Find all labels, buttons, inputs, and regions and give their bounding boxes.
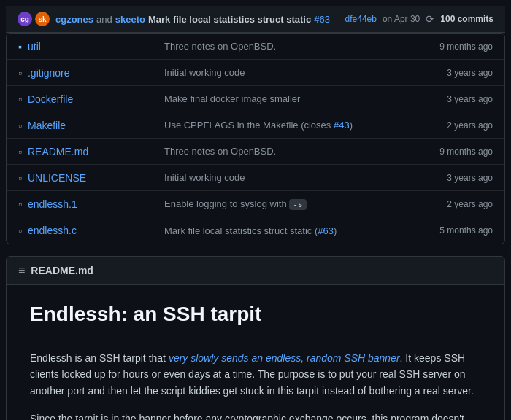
file-name-cell: ▫ Makefile (18, 120, 164, 131)
file-link[interactable]: Makefile (28, 120, 66, 131)
avatar-cgzones[interactable]: cg (18, 12, 32, 26)
author1-link[interactable]: cgzones (55, 14, 93, 25)
folder-icon: ▪ (18, 41, 22, 52)
file-commit-msg: Three notes on OpenBSD. (164, 41, 405, 52)
readme-header: ≡ README.md (7, 257, 504, 285)
table-row: ▫ UNLICENSE Initial working code 3 years… (7, 165, 504, 191)
avatar-initials-2: sk (38, 15, 46, 23)
commit-badge: -s (289, 199, 306, 210)
commit-link[interactable]: #63 (314, 14, 330, 25)
file-name-cell: ▫ endlessh.c (18, 225, 164, 236)
readme-paragraph-2: Since the tarpit is in the banner before… (30, 411, 481, 420)
file-time: 2 years ago (405, 120, 493, 131)
file-commit-msg: Three notes on OpenBSD. (164, 146, 405, 157)
commit-authors: cgzones and skeeto Mark file local stati… (55, 14, 339, 25)
file-icon: ▫ (18, 225, 22, 236)
table-row: ▫ .gitignore Initial working code 3 year… (7, 60, 504, 86)
file-time: 3 years ago (405, 173, 493, 183)
file-link[interactable]: UNLICENSE (28, 172, 86, 184)
file-name-cell: ▫ .gitignore (18, 67, 164, 79)
commit-meta: dfe44eb on Apr 30 ⟳ 100 commits (345, 13, 493, 25)
file-commit-msg: Mark file local statistics struct static… (164, 225, 405, 236)
file-time: 9 months ago (405, 42, 493, 52)
file-time: 5 months ago (405, 225, 493, 236)
file-table: ▪ util Three notes on OpenBSD. 9 months … (6, 33, 505, 244)
conjunction-text: and (96, 14, 112, 25)
readme-filename: README.md (31, 265, 93, 276)
file-name-cell: ▫ UNLICENSE (18, 172, 164, 184)
file-commit-msg: Use CPPFLAGS in the Makefile (closes #43… (164, 120, 405, 131)
file-time: 3 years ago (405, 68, 493, 78)
table-row: ▫ Makefile Use CPPFLAGS in the Makefile … (7, 112, 504, 139)
file-commit-msg: Enable logging to syslog with -s (164, 198, 405, 210)
readme-paragraph-1: Endlessh is an SSH tarpit that very slow… (30, 350, 481, 399)
table-row: ▫ endlessh.c Mark file local statistics … (7, 217, 504, 244)
file-icon: ▫ (18, 172, 22, 184)
table-row: ▫ README.md Three notes on OpenBSD. 9 mo… (7, 139, 504, 165)
table-row: ▫ endlessh.1 Enable logging to syslog wi… (7, 191, 504, 217)
file-link[interactable]: util (28, 41, 41, 52)
file-link[interactable]: Dockerfile (28, 93, 73, 105)
file-name-cell: ▫ README.md (18, 146, 164, 158)
file-link[interactable]: README.md (28, 146, 88, 158)
issue-link[interactable]: #43 (334, 120, 350, 131)
avatar-initials: cg (20, 15, 29, 23)
file-commit-msg: Initial working code (164, 67, 405, 78)
readme-p2-text: Since the tarpit is in the banner before… (30, 413, 478, 420)
table-row: ▫ Dockerfile Make final docker image sma… (7, 86, 504, 112)
commit-message-text: Mark file local statistics struct static (148, 14, 311, 25)
readme-list-icon: ≡ (18, 264, 25, 277)
file-time: 9 months ago (405, 147, 493, 157)
file-icon: ▫ (18, 120, 22, 131)
file-time: 2 years ago (405, 199, 493, 209)
readme-content: Endlessh: an SSH tarpit Endlessh is an S… (7, 285, 504, 420)
avatar-skeeto[interactable]: sk (35, 12, 50, 26)
file-icon: ▫ (18, 146, 22, 158)
readme-section: ≡ README.md Endlessh: an SSH tarpit Endl… (6, 256, 505, 420)
file-name-cell: ▫ endlessh.1 (18, 198, 164, 210)
avatar-group: cg sk (18, 12, 50, 26)
file-commit-msg: Initial working code (164, 172, 405, 183)
issue-link[interactable]: #63 (318, 225, 334, 236)
file-commit-msg: Make final docker image smaller (164, 93, 405, 104)
history-icon: ⟳ (426, 13, 434, 25)
commits-count[interactable]: 100 commits (440, 14, 493, 24)
author2-link[interactable]: skeeto (115, 14, 145, 25)
commit-hash[interactable]: dfe44eb (345, 14, 377, 24)
file-name-cell: ▫ Dockerfile (18, 93, 164, 105)
file-icon: ▫ (18, 67, 22, 79)
file-link[interactable]: endlessh.c (28, 225, 77, 236)
file-icon: ▫ (18, 93, 22, 105)
file-name-cell: ▪ util (18, 41, 164, 52)
readme-p1-before: Endlessh is an SSH tarpit that (30, 352, 169, 364)
commit-bar: cg sk cgzones and skeeto Mark file local… (6, 6, 505, 33)
file-link[interactable]: .gitignore (28, 67, 70, 79)
file-link[interactable]: endlessh.1 (28, 198, 77, 210)
commit-date: on Apr 30 (383, 14, 420, 24)
file-time: 3 years ago (405, 94, 493, 104)
table-row: ▪ util Three notes on OpenBSD. 9 months … (7, 34, 504, 60)
readme-p1-link[interactable]: very slowly sends an endless, random SSH… (169, 352, 400, 364)
readme-h1: Endlessh: an SSH tarpit (30, 303, 481, 335)
file-icon: ▫ (18, 198, 22, 210)
